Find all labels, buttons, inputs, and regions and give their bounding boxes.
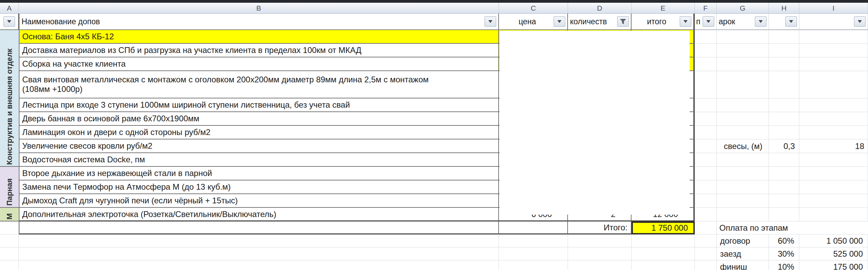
cell[interactable] (769, 208, 799, 221)
cell[interactable] (19, 221, 499, 234)
header-cell-price[interactable]: цена (499, 14, 568, 30)
cell[interactable] (717, 44, 769, 57)
cell-item-name[interactable]: Дымоход Craft для чугунной печи (если чё… (19, 194, 499, 208)
cell[interactable] (799, 44, 868, 57)
column-header-h[interactable]: H (769, 3, 799, 13)
column-header-i[interactable]: I (799, 3, 868, 13)
payment-percent-cell[interactable]: 60% (769, 234, 799, 247)
filter-button-qty[interactable] (617, 16, 629, 27)
cell[interactable] (0, 260, 19, 270)
cell[interactable] (717, 71, 769, 98)
cell[interactable] (695, 260, 717, 270)
header-cell-total[interactable]: итого (632, 14, 695, 30)
section-parnaya[interactable]: Парная (0, 167, 19, 208)
cell[interactable] (799, 57, 868, 71)
cell[interactable] (769, 153, 799, 167)
cell[interactable] (695, 180, 717, 194)
cell[interactable] (19, 247, 499, 260)
cell[interactable] (799, 153, 868, 167)
cell[interactable] (799, 112, 868, 126)
cell-overhang-size[interactable]: 0,3 (769, 139, 799, 153)
payment-stage-cell[interactable]: заезд (717, 247, 769, 260)
cell-item-name[interactable]: Сборка на участке клиента (19, 57, 499, 71)
cell[interactable] (799, 208, 868, 221)
section-m[interactable]: М (0, 208, 19, 221)
payment-percent-cell[interactable]: 30% (769, 247, 799, 260)
cell[interactable] (799, 180, 868, 194)
payment-percent-cell[interactable]: 10% (769, 260, 799, 270)
cell[interactable] (568, 260, 632, 270)
cell[interactable] (769, 180, 799, 194)
payment-stage-cell[interactable]: договор (717, 234, 769, 247)
cell-item-name[interactable]: Ламинация окон и двери с одной стороны р… (19, 126, 499, 139)
column-header-g[interactable]: G (717, 3, 769, 13)
cell-overhang-label[interactable]: свесы, (м) (717, 139, 769, 153)
cell[interactable] (499, 234, 568, 247)
cell-item-name[interactable]: Водосточная система Docke, пм (19, 153, 499, 167)
cell[interactable] (632, 260, 695, 270)
cell[interactable] (695, 71, 717, 98)
filter-button-i[interactable] (854, 16, 866, 27)
cell[interactable] (499, 221, 568, 234)
cell[interactable] (19, 260, 499, 270)
cell[interactable] (568, 247, 632, 260)
cell[interactable] (769, 57, 799, 71)
cell[interactable] (717, 98, 769, 112)
cell[interactable] (499, 247, 568, 260)
payments-title-cell[interactable]: Оплата по этапам (717, 221, 868, 234)
payment-stage-cell[interactable]: финиш (717, 260, 769, 270)
cell[interactable] (799, 30, 868, 44)
header-cell-h[interactable] (769, 14, 799, 30)
payment-amount-cell[interactable]: 525 000 (799, 247, 868, 260)
cell[interactable] (695, 44, 717, 57)
cell[interactable] (717, 194, 769, 208)
cell-item-name[interactable]: Свая винтовая металлическая с монтажом с… (19, 71, 499, 98)
cell[interactable] (717, 30, 769, 44)
cell[interactable] (695, 234, 717, 247)
cell-item-name[interactable]: Основа: Баня 4х5 КБ-12 (19, 30, 499, 44)
filter-button-price[interactable] (554, 16, 565, 27)
cell[interactable] (695, 153, 717, 167)
cell[interactable] (695, 247, 717, 260)
cell[interactable] (769, 167, 799, 180)
cell-item-name[interactable]: Второе дыхание из нержавеющей стали в па… (19, 167, 499, 180)
cell-item-name[interactable]: Дополнительная электроточка (Розетка/Све… (19, 208, 499, 221)
cell[interactable] (769, 98, 799, 112)
header-cell-qty[interactable]: количеств (568, 14, 632, 30)
cell[interactable] (769, 30, 799, 44)
cell[interactable] (717, 153, 769, 167)
section-construct[interactable]: Конструктив и внешняя отделк (0, 30, 19, 167)
cell[interactable] (695, 208, 717, 221)
cell[interactable] (769, 44, 799, 57)
cell[interactable] (717, 180, 769, 194)
cell[interactable] (632, 247, 695, 260)
cell[interactable] (717, 112, 769, 126)
cell[interactable] (799, 194, 868, 208)
cell[interactable] (769, 194, 799, 208)
filter-button-name[interactable] (485, 16, 496, 27)
cell[interactable] (0, 247, 19, 260)
cell[interactable] (717, 167, 769, 180)
cell[interactable] (695, 139, 717, 153)
cell[interactable] (799, 71, 868, 98)
cell-item-name[interactable]: Дверь банная в осиновой раме 6х700х1900м… (19, 112, 499, 126)
cell[interactable] (769, 71, 799, 98)
total-label-cell[interactable]: Итого: (568, 221, 632, 234)
payment-amount-cell[interactable]: 175 000 (799, 260, 868, 270)
column-header-d[interactable]: D (568, 3, 632, 13)
payment-amount-cell[interactable]: 1 050 000 (799, 234, 868, 247)
cell[interactable] (717, 126, 769, 139)
cell-item-name[interactable]: Увеличение свесов кровли руб/м2 (19, 139, 499, 153)
header-cell-a[interactable] (0, 14, 19, 30)
cell[interactable] (695, 126, 717, 139)
cell[interactable] (695, 57, 717, 71)
cell[interactable] (19, 234, 499, 247)
cell-item-name[interactable]: Лестница при входе 3 ступени 1000мм шири… (19, 98, 499, 112)
cell[interactable] (695, 112, 717, 126)
cell[interactable] (632, 234, 695, 247)
cell[interactable] (799, 98, 868, 112)
column-header-e[interactable]: E (632, 3, 695, 13)
total-value-cell[interactable]: 1 750 000 (632, 221, 695, 234)
cell[interactable] (0, 234, 19, 247)
column-header-c[interactable]: C (499, 3, 568, 13)
